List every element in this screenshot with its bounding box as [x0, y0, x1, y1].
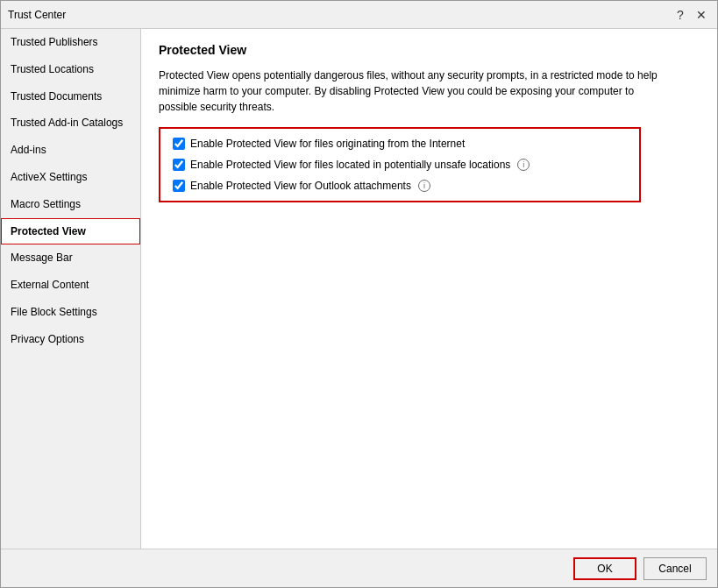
title-bar: Trust Center ? ✕	[1, 1, 717, 29]
window-body: Trusted PublishersTrusted LocationsTrust…	[1, 29, 717, 549]
footer: OK Cancel	[1, 549, 717, 587]
sidebar: Trusted PublishersTrusted LocationsTrust…	[1, 29, 141, 549]
info-icon-check-unsafe-locations[interactable]: i	[517, 159, 530, 171]
close-button[interactable]: ✕	[693, 6, 710, 24]
sidebar-item-privacy-options[interactable]: Privacy Options	[1, 326, 140, 353]
checkbox-row-check-internet: Enable Protected View for files originat…	[173, 138, 627, 150]
sidebar-item-protected-view[interactable]: Protected View	[1, 218, 140, 245]
sidebar-item-message-bar[interactable]: Message Bar	[1, 244, 140, 272]
content-area: Protected View Protected View opens pote…	[141, 29, 717, 549]
sidebar-item-add-ins[interactable]: Add-ins	[1, 137, 140, 164]
protected-view-options: Enable Protected View for files originat…	[159, 127, 641, 202]
sidebar-item-activex-settings[interactable]: ActiveX Settings	[1, 164, 140, 191]
sidebar-item-trusted-add-in-catalogs[interactable]: Trusted Add-in Catalogs	[1, 110, 140, 137]
checkbox-check-unsafe-locations[interactable]	[173, 159, 185, 171]
checkbox-label-check-internet: Enable Protected View for files originat…	[190, 138, 465, 150]
info-icon-check-outlook[interactable]: i	[418, 180, 430, 192]
cancel-button[interactable]: Cancel	[643, 557, 707, 580]
title-bar-left: Trust Center	[8, 9, 66, 21]
sidebar-item-trusted-documents[interactable]: Trusted Documents	[1, 83, 140, 110]
help-button[interactable]: ?	[672, 6, 689, 24]
ok-button[interactable]: OK	[573, 557, 636, 580]
checkbox-row-check-outlook: Enable Protected View for Outlook attach…	[173, 180, 627, 192]
checkbox-check-outlook[interactable]	[173, 180, 185, 192]
window-title: Trust Center	[8, 9, 66, 21]
checkbox-label-check-unsafe-locations: Enable Protected View for files located …	[190, 159, 510, 171]
sidebar-item-trusted-publishers[interactable]: Trusted Publishers	[1, 29, 140, 56]
content-title: Protected View	[159, 43, 700, 57]
sidebar-item-trusted-locations[interactable]: Trusted Locations	[1, 56, 140, 83]
trust-center-window: Trust Center ? ✕ Trusted PublishersTrust…	[0, 0, 718, 588]
checkbox-check-internet[interactable]	[173, 138, 185, 150]
sidebar-item-file-block-settings[interactable]: File Block Settings	[1, 299, 140, 326]
sidebar-item-macro-settings[interactable]: Macro Settings	[1, 191, 140, 218]
sidebar-item-external-content[interactable]: External Content	[1, 272, 140, 299]
content-description: Protected View opens potentially dangero…	[159, 67, 667, 115]
title-bar-controls: ? ✕	[672, 6, 710, 24]
checkbox-row-check-unsafe-locations: Enable Protected View for files located …	[173, 159, 627, 171]
checkbox-label-check-outlook: Enable Protected View for Outlook attach…	[190, 180, 411, 192]
